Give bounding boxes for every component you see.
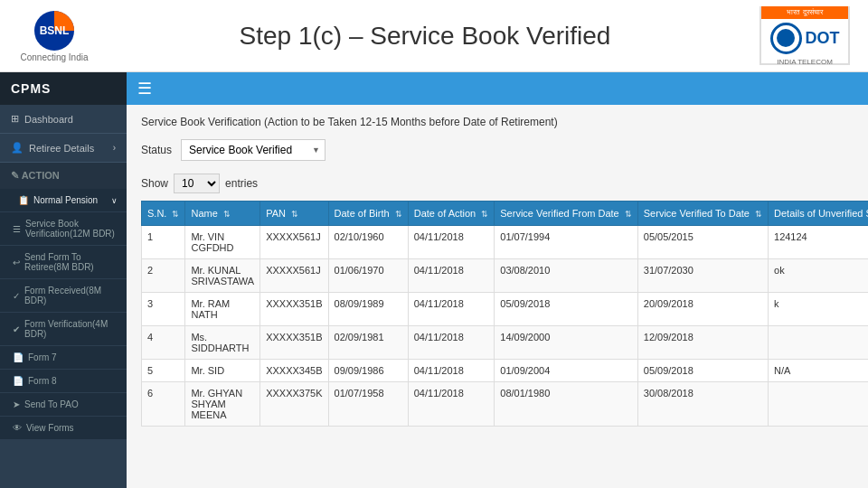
sidebar-form-8[interactable]: 📄 Form 8 bbox=[0, 370, 127, 393]
sidebar-form-verification[interactable]: ✔ Form Verification(4M BDR) bbox=[0, 313, 127, 346]
sidebar-brand: CPMS bbox=[0, 72, 127, 105]
cell-name: Mr. RAM NATH bbox=[185, 293, 260, 326]
top-nav: ☰ Dealing Hand(SSA Unit) User ▾ bbox=[127, 72, 868, 105]
col-name: Name ⇅ bbox=[185, 202, 260, 226]
sidebar: CPMS ⊞ Dashboard 👤 Retiree Details › ✎ A… bbox=[0, 72, 127, 488]
pension-icon: 📋 bbox=[18, 195, 29, 205]
cell-details: k bbox=[769, 293, 868, 326]
form7-label: Form 7 bbox=[28, 352, 57, 362]
cell-dob: 01/06/1970 bbox=[328, 259, 408, 293]
table-row: 4Ms. SIDDHARTHXXXXX351B02/09/198104/11/2… bbox=[142, 326, 869, 360]
sort-dob-icon[interactable]: ⇅ bbox=[395, 210, 402, 219]
sort-svfrom-icon[interactable]: ⇅ bbox=[625, 210, 632, 219]
dot-logo: भारत दूरसंचार DOT INDIA TELECOM bbox=[760, 6, 850, 65]
sidebar-dashboard-label: Dashboard bbox=[24, 114, 73, 125]
sidebar-item-dashboard[interactable]: ⊞ Dashboard bbox=[0, 105, 127, 134]
data-table: S.N. ⇅ Name ⇅ PAN ⇅ Date of Birth ⇅ Date… bbox=[141, 201, 868, 427]
table-row: 6Mr. GHYAN SHYAM MEENAXXXXX375K01/07/195… bbox=[142, 382, 869, 427]
svg-text:BSNL: BSNL bbox=[40, 24, 70, 37]
cell-sv-from: 01/07/1994 bbox=[495, 226, 638, 259]
cell-sn: 5 bbox=[142, 360, 185, 382]
entries-select[interactable]: 10 25 50 100 bbox=[174, 174, 220, 193]
cell-sv-to: 30/08/2018 bbox=[637, 382, 768, 427]
page-heading: Service Book Verification (Action to be … bbox=[141, 116, 868, 128]
sidebar-form-7[interactable]: 📄 Form 7 bbox=[0, 346, 127, 370]
cell-action-date: 04/11/2018 bbox=[408, 360, 495, 382]
col-dob: Date of Birth ⇅ bbox=[328, 202, 408, 226]
cell-sv-from: 01/09/2004 bbox=[495, 360, 638, 382]
retiree-icon: 👤 bbox=[11, 142, 24, 154]
table-row: 2Mr. KUNAL SRIVASTAWAXXXXX561J01/06/1970… bbox=[142, 259, 869, 293]
form8-icon: 📄 bbox=[13, 376, 24, 386]
col-sn: S.N. ⇅ bbox=[142, 202, 185, 226]
cell-dob: 02/09/1981 bbox=[328, 326, 408, 360]
cell-name: Mr. GHYAN SHYAM MEENA bbox=[185, 382, 260, 427]
cell-pan: XXXXX345B bbox=[260, 360, 328, 382]
cell-details: ok bbox=[769, 259, 868, 293]
chevron-down-icon: ∨ bbox=[111, 196, 118, 205]
sort-action-icon[interactable]: ⇅ bbox=[481, 210, 488, 219]
send-to-pao-label: Send To PAO bbox=[24, 399, 79, 409]
sort-sn-icon[interactable]: ⇅ bbox=[172, 210, 179, 219]
table-row: 1Mr. VIN CGFDHDXXXXX561J02/10/196004/11/… bbox=[142, 226, 869, 259]
view-forms-icon: 👁 bbox=[13, 423, 22, 433]
sidebar-normal-pension[interactable]: 📋 Normal Pension ∨ bbox=[0, 189, 127, 212]
cell-sv-from: 08/01/1980 bbox=[495, 382, 638, 427]
sort-pan-icon[interactable]: ⇅ bbox=[291, 210, 298, 219]
dot-bottom-text: INDIA TELECOM bbox=[777, 58, 833, 66]
sidebar-action-section: ✎ Action bbox=[0, 163, 127, 189]
cell-pan: XXXXX375K bbox=[260, 382, 328, 427]
status-row: Status Service Book Verified Pending Ver… bbox=[141, 139, 868, 161]
cell-action-date: 04/11/2018 bbox=[408, 382, 495, 427]
sidebar-form-received[interactable]: ✓ Form Received(8M BDR) bbox=[0, 279, 127, 313]
cell-name: Mr. VIN CGFDHD bbox=[185, 226, 260, 259]
status-select[interactable]: Service Book Verified Pending Verified bbox=[181, 139, 326, 161]
sidebar-send-form-retiree[interactable]: ↩ Send Form To Retiree(8M BDR) bbox=[0, 246, 127, 279]
normal-pension-label: Normal Pension bbox=[33, 195, 98, 205]
cell-details bbox=[769, 382, 868, 427]
cell-sv-from: 05/09/2018 bbox=[495, 293, 638, 326]
cell-dob: 01/07/1958 bbox=[328, 382, 408, 427]
bsnl-label: Connecting India bbox=[20, 52, 88, 62]
dot-top-text: भारत दूरसंचार bbox=[761, 6, 848, 19]
action-icon: ✎ bbox=[11, 170, 19, 181]
col-action-date: Date of Action ⇅ bbox=[408, 202, 495, 226]
send-pao-icon: ➤ bbox=[13, 399, 20, 409]
dashboard-icon: ⊞ bbox=[11, 113, 19, 125]
cell-sn: 1 bbox=[142, 226, 185, 259]
show-entries: Show 10 25 50 100 entries bbox=[141, 174, 258, 193]
form7-icon: 📄 bbox=[13, 352, 24, 362]
table-row: 3Mr. RAM NATHXXXXX351B08/09/198904/11/20… bbox=[142, 293, 869, 326]
cell-sv-to: 20/09/2018 bbox=[637, 293, 768, 326]
hamburger-icon[interactable]: ☰ bbox=[137, 79, 152, 99]
service-book-label: Service Book Verification(12M BDR) bbox=[25, 219, 118, 239]
cell-name: Mr. SID bbox=[185, 360, 260, 382]
form-verification-label: Form Verification(4M BDR) bbox=[24, 319, 118, 339]
sidebar-view-forms[interactable]: 👁 View Forms bbox=[0, 417, 127, 440]
table-controls: Show 10 25 50 100 entries Search: bbox=[141, 174, 868, 193]
sidebar-send-to-pao[interactable]: ➤ Send To PAO bbox=[0, 393, 127, 417]
header-banner: BSNL Connecting India Step 1(c) – Servic… bbox=[0, 0, 868, 72]
cell-pan: XXXXX351B bbox=[260, 293, 328, 326]
cell-name: Ms. SIDDHARTH bbox=[185, 326, 260, 360]
cell-dob: 02/10/1960 bbox=[328, 226, 408, 259]
show-label: Show bbox=[141, 177, 168, 190]
right-area: ☰ Dealing Hand(SSA Unit) User ▾ Service … bbox=[127, 72, 868, 488]
cell-sn: 6 bbox=[142, 382, 185, 427]
bsnl-logo: BSNL Connecting India bbox=[18, 9, 90, 62]
send-icon: ↩ bbox=[13, 258, 20, 267]
col-sv-from: Service Verified From Date ⇅ bbox=[495, 202, 638, 226]
sidebar-item-retiree-details[interactable]: 👤 Retiree Details › bbox=[0, 134, 127, 163]
sidebar-service-book-verification[interactable]: ☰ Service Book Verification(12M BDR) bbox=[0, 212, 127, 246]
main-layout: CPMS ⊞ Dashboard 👤 Retiree Details › ✎ A… bbox=[0, 72, 868, 488]
sort-name-icon[interactable]: ⇅ bbox=[223, 210, 231, 219]
cell-sn: 2 bbox=[142, 259, 185, 293]
cell-sv-to: 05/09/2018 bbox=[637, 360, 768, 382]
sidebar-retiree-label: Retiree Details bbox=[29, 143, 94, 154]
form8-label: Form 8 bbox=[28, 376, 57, 386]
cell-action-date: 04/11/2018 bbox=[408, 259, 495, 293]
cell-action-date: 04/11/2018 bbox=[408, 326, 495, 360]
cell-dob: 08/09/1989 bbox=[328, 293, 408, 326]
sort-svto-icon[interactable]: ⇅ bbox=[755, 210, 762, 219]
checkmark-icon: ☰ bbox=[13, 224, 21, 234]
